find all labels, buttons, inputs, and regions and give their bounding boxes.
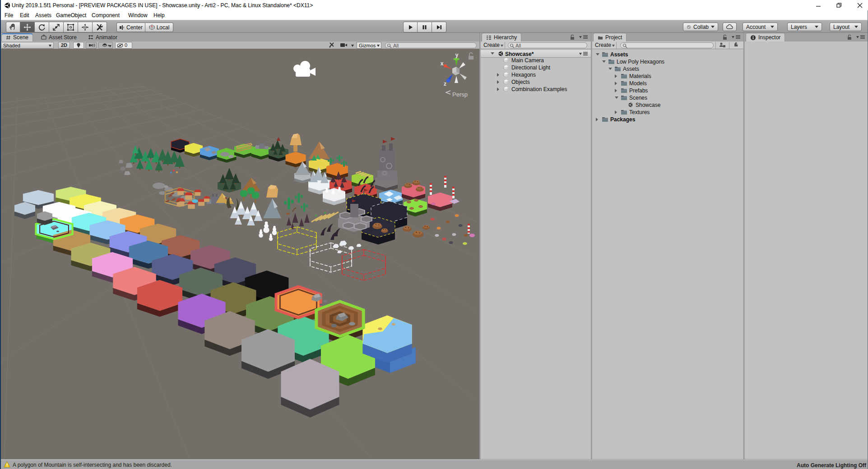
svg-text:z: z (444, 81, 446, 87)
svg-text:x: x (441, 60, 444, 67)
svg-text:Persp: Persp (452, 91, 468, 98)
svg-text:y: y (455, 52, 459, 58)
